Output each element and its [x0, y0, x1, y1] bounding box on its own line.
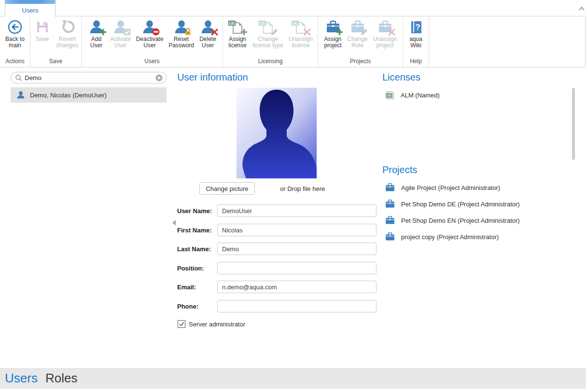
server-administrator-label: Server administrator	[189, 321, 245, 328]
unassign-license-button: Unassign license	[286, 19, 315, 49]
group-label-save: Save	[30, 58, 81, 67]
deactivate-user-button[interactable]: Deactivate User	[134, 19, 166, 49]
change-role-button: Change Role	[345, 19, 370, 49]
tab-users[interactable]: Users	[5, 0, 56, 17]
assign-project-icon	[325, 19, 341, 35]
clear-search-icon[interactable]	[155, 74, 163, 81]
project-item-label: Pet Shop Demo EN (Project Administrator)	[401, 217, 520, 224]
phone-field[interactable]	[217, 300, 377, 312]
collapse-ribbon-icon[interactable]	[577, 4, 586, 13]
user-icon	[16, 91, 25, 99]
unassign-license-icon	[293, 19, 308, 35]
activate-user-icon	[113, 19, 128, 35]
project-item-label: project copy (Project Administrator)	[401, 233, 499, 241]
add-user-button[interactable]: Add User	[85, 19, 108, 49]
unassign-project-button: Unassign project	[370, 19, 400, 49]
back-to-main-button[interactable]: Back to main	[1, 19, 29, 49]
checkmark-icon	[178, 321, 185, 327]
change-role-icon	[350, 19, 365, 35]
revert-icon	[60, 19, 75, 35]
project-icon	[385, 183, 395, 192]
save-button: Save	[31, 19, 54, 42]
lastname-field[interactable]	[217, 243, 377, 255]
projects-title: Projects	[382, 164, 417, 176]
username-label: User Name:	[177, 207, 212, 215]
search-icon	[15, 74, 22, 81]
username-field[interactable]	[217, 204, 377, 217]
active-tab-highlight	[5, 0, 56, 4]
panel-collapse-arrow[interactable]	[172, 220, 176, 226]
licenses-title: Licenses	[382, 72, 420, 83]
change-picture-button[interactable]: Change picture	[199, 182, 255, 195]
project-item[interactable]: project copy (Project Administrator)	[385, 232, 499, 242]
ribbon-group-actions: Back to main Actions	[0, 16, 30, 67]
position-field[interactable]	[217, 262, 377, 274]
back-icon	[7, 19, 23, 35]
lastname-label: Last Name:	[177, 245, 211, 253]
ribbon-group-help: aqua Wiki Help	[403, 16, 429, 67]
change-license-type-button: Change license type	[250, 19, 286, 49]
group-label-help: Help	[403, 58, 429, 67]
license-item-label: ALM (Named)	[401, 92, 440, 99]
assign-license-icon	[230, 19, 245, 35]
ribbon-group-licensing: Assign license Change license type Unass…	[223, 16, 318, 67]
licenses-scrollbar[interactable]	[572, 88, 575, 160]
group-label-projects: Projects	[318, 58, 403, 67]
project-icon	[385, 232, 395, 242]
user-avatar	[237, 88, 317, 178]
search-input[interactable]	[25, 73, 150, 82]
email-label: Email:	[177, 284, 196, 291]
firstname-field[interactable]	[217, 224, 377, 236]
bottom-tab-users[interactable]: Users	[5, 368, 38, 389]
project-item[interactable]: Pet Shop Demo DE (Project Administrator)	[385, 199, 520, 209]
add-user-icon	[89, 19, 104, 35]
server-administrator-checkbox[interactable]	[178, 320, 185, 328]
group-label-actions: Actions	[0, 58, 30, 67]
position-label: Position:	[177, 265, 204, 272]
assign-project-button[interactable]: Assign project	[321, 19, 345, 49]
deactivate-user-icon	[142, 19, 157, 35]
email-field[interactable]	[217, 281, 377, 293]
bottom-tab-bar: Users Roles	[0, 368, 586, 389]
user-information-title: User information	[177, 72, 248, 83]
drop-file-hint: or Drop file here	[280, 185, 325, 192]
ribbon: Back to main Actions Save Revert changes…	[0, 16, 586, 68]
group-label-users: Users	[82, 58, 223, 67]
user-list-item-selected[interactable]: Demo, Nicolas (DemoUser)	[11, 87, 167, 103]
change-license-type-icon	[260, 19, 276, 35]
unassign-project-icon	[377, 19, 393, 35]
reset-password-icon	[174, 19, 189, 35]
project-icon	[385, 216, 395, 225]
delete-user-icon	[200, 19, 216, 35]
project-item[interactable]: Agile Project (Project Administrator)	[385, 183, 500, 192]
aqua-wiki-icon	[408, 19, 424, 35]
activate-user-button: Activate User	[108, 19, 134, 49]
revert-changes-button: Revert changes	[54, 19, 81, 49]
ribbon-group-users: Add User Activate User Deactivate User	[82, 16, 223, 67]
license-item[interactable]: ALM (Named)	[385, 90, 440, 100]
project-item-label: Pet Shop Demo DE (Project Administrator)	[401, 201, 520, 208]
bottom-tab-roles[interactable]: Roles	[45, 368, 77, 389]
group-label-licensing: Licensing	[223, 58, 318, 67]
reset-password-button[interactable]: Reset Password	[166, 19, 197, 49]
save-icon	[35, 19, 50, 35]
user-list-item-label: Demo, Nicolas (DemoUser)	[30, 92, 107, 99]
project-icon	[385, 199, 395, 209]
delete-user-button[interactable]: Delete User	[197, 19, 219, 49]
tab-users-label: Users	[5, 4, 55, 14]
assign-license-button[interactable]: Assign license	[225, 19, 250, 49]
firstname-label: First Name:	[177, 227, 212, 234]
license-icon	[385, 90, 395, 100]
project-item-label: Agile Project (Project Administrator)	[401, 184, 500, 191]
project-item[interactable]: Pet Shop Demo EN (Project Administrator)	[385, 216, 520, 225]
phone-label: Phone:	[177, 303, 198, 310]
ribbon-group-projects: Assign project Change Role Unassign proj…	[318, 16, 403, 67]
user-search-box	[11, 72, 167, 83]
ribbon-group-save: Save Revert changes Save	[30, 16, 82, 67]
aqua-wiki-button[interactable]: aqua Wiki	[405, 19, 427, 49]
